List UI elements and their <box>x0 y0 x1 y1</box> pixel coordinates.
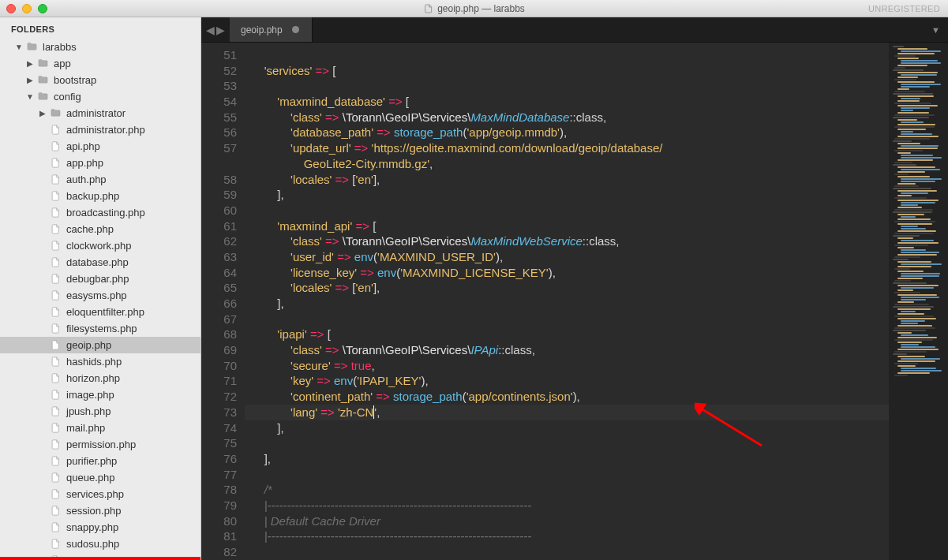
tree-folder-bootstrap[interactable]: ▶bootstrap <box>0 72 200 88</box>
file-icon <box>49 538 62 551</box>
tree-file-clockwork-php[interactable]: ▶clockwork.php <box>0 237 200 254</box>
file-icon <box>49 140 62 153</box>
tree-file-filesystems-php[interactable]: ▶filesystems.php <box>0 320 200 337</box>
folder-icon <box>25 41 38 54</box>
file-icon <box>49 422 62 435</box>
folder-icon <box>36 58 49 70</box>
tree-file-backup-php[interactable]: ▶backup.php <box>0 188 200 204</box>
tree-file-sudosu-php[interactable]: ▶sudosu.php <box>0 536 200 552</box>
tab-label: geoip.php <box>241 24 283 35</box>
file-icon <box>49 124 62 136</box>
gutter: 5152535455565758596061626364656667686970… <box>201 43 245 560</box>
file-icon <box>49 356 62 368</box>
tree-folder-config[interactable]: ▼config <box>0 88 200 105</box>
sidebar-header: FOLDERS <box>0 17 200 39</box>
tree-file-auth-php[interactable]: ▶auth.php <box>0 171 200 188</box>
tree-file-mail-php[interactable]: ▶mail.php <box>0 420 200 436</box>
file-icon <box>49 223 62 236</box>
traffic-lights <box>0 4 47 13</box>
file-icon <box>49 439 62 451</box>
file-icon <box>49 289 62 302</box>
file-icon <box>49 256 62 269</box>
tree-file-cache-php[interactable]: ▶cache.php <box>0 221 200 237</box>
zoom-window-icon[interactable] <box>38 4 47 13</box>
tab-nav: ◀ ▶ <box>201 17 230 42</box>
tree-file-jpush-php[interactable]: ▶jpush.php <box>0 403 200 420</box>
unregistered-label: UNREGISTERED <box>868 4 940 13</box>
tab-dirty-icon <box>292 26 299 33</box>
code-content[interactable]: 'services' => [ 'maxmind_database' => [ … <box>245 43 948 560</box>
file-icon <box>49 455 62 468</box>
tree-file-snappy-php[interactable]: ▶snappy.php <box>0 519 200 536</box>
tree-root[interactable]: ▼larabbs <box>0 39 200 55</box>
tree-file-geoip-php[interactable]: ▶geoip.php <box>0 337 200 353</box>
tree-file-debugbar-php[interactable]: ▶debugbar.php <box>0 271 200 287</box>
file-icon <box>49 240 62 252</box>
tree-file-horizon-php[interactable]: ▶horizon.php <box>0 370 200 386</box>
window-title: geoip.php — larabbs <box>423 3 525 14</box>
mac-titlebar: geoip.php — larabbs UNREGISTERED <box>0 0 948 17</box>
document-icon <box>423 4 433 13</box>
file-icon <box>49 472 62 484</box>
file-icon <box>49 190 62 203</box>
file-icon <box>49 405 62 418</box>
tree-folder-administrator[interactable]: ▶administrator <box>0 105 200 121</box>
file-icon <box>49 488 62 501</box>
tab-forward-icon[interactable]: ▶ <box>216 24 225 36</box>
file-icon <box>49 273 62 286</box>
folder-icon <box>36 74 49 87</box>
folder-icon <box>49 107 62 120</box>
tree-file-purifier-php[interactable]: ▶purifier.php <box>0 453 200 469</box>
tree-file-permission-php[interactable]: ▶permission.php <box>0 436 200 453</box>
file-icon <box>49 157 62 170</box>
minimap[interactable] <box>889 43 948 560</box>
tree-file-session-php[interactable]: ▶session.php <box>0 502 200 519</box>
tree-folder-app[interactable]: ▶app <box>0 55 200 72</box>
editor: ◀ ▶ geoip.php ▼ 515253545556575859606162… <box>201 17 948 560</box>
folder-icon <box>36 91 49 103</box>
red-annotation-bar <box>0 557 200 560</box>
tree-file-queue-php[interactable]: ▶queue.php <box>0 469 200 486</box>
tree-file-eloquentfilter-php[interactable]: ▶eloquentfilter.php <box>0 304 200 320</box>
tree-file-easysms-php[interactable]: ▶easysms.php <box>0 287 200 304</box>
minimize-window-icon[interactable] <box>22 4 32 13</box>
code-area[interactable]: 5152535455565758596061626364656667686970… <box>201 43 948 560</box>
file-icon <box>49 339 62 352</box>
sidebar: FOLDERS ▼larabbs▶app▶bootstrap▼config▶ad… <box>0 17 201 560</box>
file-icon <box>49 323 62 335</box>
tree-file-api-php[interactable]: ▶api.php <box>0 138 200 155</box>
file-icon <box>49 521 62 534</box>
close-window-icon[interactable] <box>6 4 16 13</box>
file-icon <box>49 306 62 319</box>
file-icon <box>49 505 62 517</box>
tab-geoip[interactable]: geoip.php <box>230 17 313 42</box>
file-icon <box>49 174 62 186</box>
file-icon <box>49 372 62 385</box>
tree-file-broadcasting-php[interactable]: ▶broadcasting.php <box>0 204 200 221</box>
tab-overflow-icon[interactable]: ▼ <box>924 17 948 42</box>
tree-file-administrator-php[interactable]: ▶administrator.php <box>0 121 200 138</box>
file-icon <box>49 207 62 219</box>
tree-file-database-php[interactable]: ▶database.php <box>0 254 200 271</box>
tree-file-image-php[interactable]: ▶image.php <box>0 386 200 403</box>
tree-file-hashids-php[interactable]: ▶hashids.php <box>0 353 200 370</box>
tree-file-services-php[interactable]: ▶services.php <box>0 486 200 502</box>
file-tree[interactable]: ▼larabbs▶app▶bootstrap▼config▶administra… <box>0 39 200 557</box>
tab-bar: ◀ ▶ geoip.php ▼ <box>201 17 948 43</box>
tree-file-app-php[interactable]: ▶app.php <box>0 155 200 171</box>
tab-back-icon[interactable]: ◀ <box>206 24 215 36</box>
file-icon <box>49 389 62 401</box>
